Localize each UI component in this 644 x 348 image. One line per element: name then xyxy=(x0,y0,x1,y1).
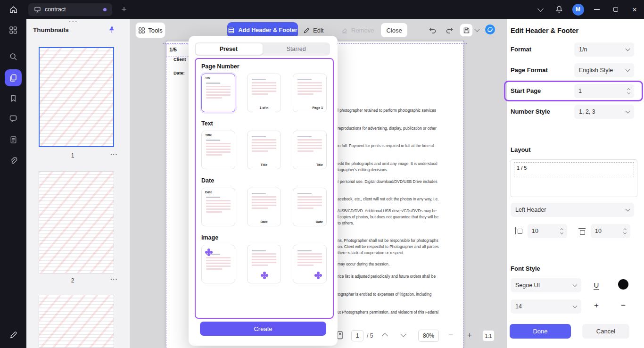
preset-card-date-top-left[interactable]: Date xyxy=(201,188,235,226)
previous-page-button[interactable] xyxy=(383,334,387,338)
page-header-text[interactable]: 1/5 xyxy=(169,47,177,52)
sidebar-bookmark-button[interactable] xyxy=(0,90,26,107)
font-style-section-label: Font Style xyxy=(511,265,540,272)
page-thumbnail-2[interactable] xyxy=(39,171,114,273)
chevron-down-icon xyxy=(573,282,578,287)
create-button[interactable]: Create xyxy=(200,322,326,336)
sidebar-signature-button[interactable] xyxy=(0,326,26,343)
next-page-button[interactable] xyxy=(401,332,405,336)
preset-card-label: Page 1 xyxy=(312,106,323,109)
sidebar-document-button[interactable] xyxy=(0,131,26,148)
tab-starred[interactable]: Starred xyxy=(263,42,330,56)
document-text-line: /USB/CD/DVD. Additional USB drives/CDs/D… xyxy=(338,208,437,213)
left-margin-guide xyxy=(166,41,166,348)
document-text-line: ut Photographer's permission, and violat… xyxy=(338,310,438,315)
thumbnails-panel: ··· Thumbnails 1···2··· xyxy=(26,19,130,348)
vertical-margin-input[interactable]: 10 xyxy=(591,224,630,238)
document-text-line: r personal use. Digital download/DVD/USB… xyxy=(338,179,438,184)
zoom-in-button[interactable]: + xyxy=(467,331,472,340)
panel-drag-handle-icon[interactable]: ··· xyxy=(69,18,78,25)
tab-preset[interactable]: Preset xyxy=(195,42,263,56)
document-tab[interactable]: contract xyxy=(28,3,112,16)
current-page-input[interactable]: 1 xyxy=(351,330,363,341)
cancel-button[interactable]: Cancel xyxy=(582,324,629,339)
stepper[interactable] xyxy=(561,229,563,234)
page-format-dropdown[interactable]: English Style xyxy=(574,63,634,77)
tab-list-button[interactable] xyxy=(531,0,550,19)
page-more-button[interactable]: ··· xyxy=(110,150,118,157)
stepper[interactable] xyxy=(627,89,630,94)
number-style-dropdown[interactable]: 1, 2, 3 xyxy=(574,105,634,119)
thumbnails-title: Thumbnails xyxy=(33,26,69,33)
zoom-out-button[interactable]: − xyxy=(448,331,453,340)
preset-card-page-number-bottom-center[interactable]: 1 of n xyxy=(247,74,281,112)
preset-section-title: Image xyxy=(201,234,333,241)
position-dropdown[interactable]: Left Header xyxy=(511,203,634,217)
page-thumbnail-3[interactable] xyxy=(39,295,114,348)
start-page-input[interactable]: 1 xyxy=(574,84,634,98)
preset-tab-bar: Preset Starred xyxy=(195,42,330,56)
preset-card-image-bottom-center[interactable] xyxy=(247,245,281,283)
preset-card-label: Title xyxy=(248,163,281,166)
sidebar-comment-button[interactable] xyxy=(0,110,26,127)
pin-icon[interactable] xyxy=(108,26,116,35)
tools-button[interactable]: Tools xyxy=(135,22,165,38)
tools-button-label: Tools xyxy=(148,27,162,34)
stepper[interactable] xyxy=(624,229,626,234)
remove-button-label: Remove xyxy=(351,27,374,34)
sidebar-search-button[interactable] xyxy=(0,48,26,65)
maximize-button[interactable] xyxy=(606,0,625,19)
format-dropdown[interactable]: 1/n xyxy=(574,42,634,57)
done-button[interactable]: Done xyxy=(510,324,571,339)
page-more-button[interactable]: ··· xyxy=(110,275,118,282)
undo-button[interactable] xyxy=(427,25,438,36)
horizontal-margin-input[interactable]: 10 xyxy=(528,224,567,238)
close-tool-button[interactable]: Close xyxy=(381,23,407,37)
user-avatar[interactable]: M xyxy=(569,0,587,19)
preset-popup: Preset Starred Page Number1/n1 of nPage … xyxy=(189,36,338,346)
minimize-button[interactable] xyxy=(587,0,606,19)
monitor-icon xyxy=(34,6,41,13)
font-family-dropdown[interactable]: Segoe UI xyxy=(511,278,581,292)
chevron-down-icon xyxy=(573,304,578,308)
font-size-dropdown[interactable]: 14 xyxy=(511,299,581,314)
unsaved-indicator-dot xyxy=(103,8,107,11)
preset-card-text-bottom-right[interactable]: Title xyxy=(293,131,327,169)
new-tab-button[interactable]: + xyxy=(116,1,132,17)
remove-button[interactable]: Remove xyxy=(341,22,374,38)
home-button[interactable] xyxy=(0,0,26,19)
preset-card-page-number-top-left[interactable]: 1/n xyxy=(201,74,235,112)
eraser-icon xyxy=(341,26,348,34)
save-options-chevron-icon[interactable] xyxy=(474,26,479,32)
document-text-line: to others. xyxy=(338,221,354,225)
preset-card-date-bottom-center[interactable]: Date xyxy=(247,188,281,226)
redo-button[interactable] xyxy=(444,25,455,36)
updf-ai-badge[interactable] xyxy=(485,24,495,36)
page-thumbnail-1[interactable] xyxy=(39,47,114,147)
close-window-button[interactable]: × xyxy=(625,0,644,19)
sidebar-attachment-button[interactable] xyxy=(0,152,26,169)
notifications-button[interactable] xyxy=(550,0,569,19)
preset-card-image-bottom-right[interactable] xyxy=(293,245,327,283)
font-color-swatch[interactable] xyxy=(618,279,628,290)
sidebar-thumbnails-button[interactable] xyxy=(0,69,26,86)
save-button[interactable] xyxy=(460,24,473,37)
preset-card-image-top-left[interactable] xyxy=(201,245,235,283)
font-size-decrease-button[interactable]: − xyxy=(618,299,628,312)
zoom-level-box[interactable]: 80% xyxy=(418,330,439,342)
comment-icon xyxy=(9,114,17,123)
document-text-line: may occur during the session. xyxy=(338,262,389,266)
left-sidebar xyxy=(0,19,26,348)
preset-card-label: Date xyxy=(316,220,323,224)
preset-card-text-bottom-center[interactable]: Title xyxy=(247,131,281,169)
preset-card-date-bottom-right[interactable]: Date xyxy=(293,188,327,226)
preset-card-page-number-bottom-right[interactable]: Page 1 xyxy=(293,74,327,112)
font-size-increase-button[interactable]: + xyxy=(591,299,602,312)
document-text-line: l photographer retained to perform photo… xyxy=(338,108,436,113)
title-bar: contract + M × xyxy=(0,0,644,19)
actual-size-button[interactable]: 1:1 xyxy=(482,330,495,341)
underline-button[interactable]: U xyxy=(591,279,602,291)
preset-card-text-top-left[interactable]: Title xyxy=(201,131,235,169)
sidebar-apps-button[interactable] xyxy=(0,22,26,39)
chevron-down-icon xyxy=(626,47,630,51)
